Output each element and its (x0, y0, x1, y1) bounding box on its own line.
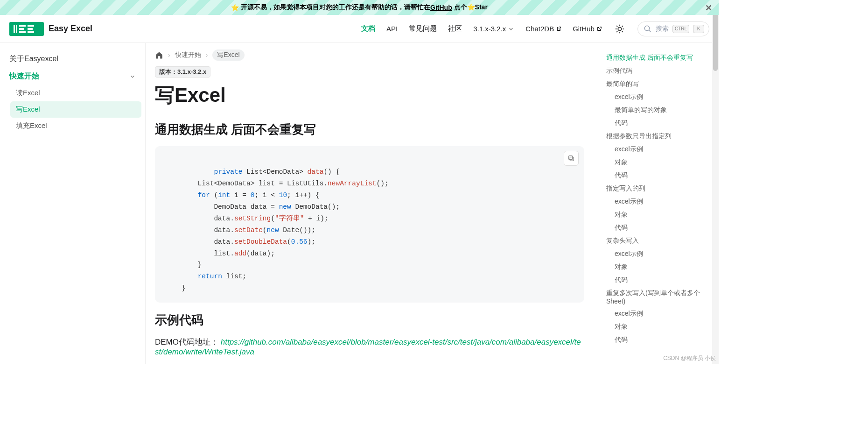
code-token: i = (230, 191, 251, 199)
code-token: int (218, 191, 230, 199)
announcement-github-link[interactable]: GitHub (430, 4, 452, 11)
toc-link[interactable]: 最简单的写 (606, 78, 714, 91)
toc-link[interactable]: excel示例 (615, 91, 714, 104)
sidebar-item-fill[interactable]: 填充Excel (10, 118, 141, 134)
toc-link[interactable]: 示例代码 (606, 64, 714, 78)
toc-link[interactable]: excel示例 (615, 195, 714, 208)
sun-icon (615, 24, 625, 34)
toc-link[interactable]: excel示例 (615, 143, 714, 156)
search-placeholder: 搜索 (656, 25, 669, 33)
svg-rect-4 (19, 31, 26, 33)
toc-link[interactable]: 通用数据生成 后面不会重复写 (606, 51, 714, 64)
home-icon[interactable] (155, 51, 163, 59)
code-token: } (165, 284, 186, 292)
nav-docs[interactable]: 文档 (361, 24, 375, 33)
sidebar-item-about[interactable]: 关于Easyexcel (4, 50, 141, 68)
page-title: 写Excel (155, 82, 584, 108)
toc-link[interactable]: 重复多次写入(写到单个或者多个Sheet) (606, 287, 714, 307)
svg-line-15 (616, 31, 617, 32)
code-token: ( (287, 238, 291, 246)
code-token: new (279, 203, 291, 211)
navbar: Easy Excel 文档 API 常见问题 社区 3.1.x-3.2.x Ch… (0, 15, 719, 43)
nav-api[interactable]: API (386, 25, 398, 33)
svg-rect-6 (28, 28, 33, 30)
nav-github-label: GitHub (573, 25, 595, 33)
code-token: + i); (304, 215, 328, 222)
copy-icon (567, 155, 575, 162)
toc-link[interactable]: 根据参数只导出指定列 (606, 130, 714, 143)
toc-link[interactable]: excel示例 (615, 247, 714, 261)
code-token: } (165, 261, 202, 268)
nav-chat2db[interactable]: Chat2DB (525, 25, 561, 33)
svg-rect-0 (14, 25, 15, 33)
svg-point-8 (618, 27, 621, 30)
nav-version-label: 3.1.x-3.2.x (473, 25, 506, 33)
scrollbar-track[interactable] (712, 0, 719, 364)
theme-toggle-button[interactable] (613, 22, 626, 35)
toc-link[interactable]: 代码 (615, 117, 714, 130)
toc-link[interactable]: 对象 (615, 208, 714, 221)
sidebar-item-read[interactable]: 读Excel (10, 85, 141, 101)
code-token: ; i++) { (287, 191, 320, 199)
code-token: return (198, 273, 222, 280)
toc-link[interactable]: 代码 (615, 333, 714, 346)
svg-line-18 (649, 30, 651, 32)
toc-link[interactable]: 代码 (615, 169, 714, 182)
toc-link[interactable]: 最简单的写的对象 (615, 104, 714, 117)
nav-github[interactable]: GitHub (573, 25, 602, 33)
toc-link[interactable]: 对象 (615, 156, 714, 169)
nav-chat2db-label: Chat2DB (525, 25, 554, 33)
svg-rect-5 (28, 25, 34, 27)
nav-version-dropdown[interactable]: 3.1.x-3.2.x (473, 25, 514, 33)
svg-line-14 (622, 31, 623, 32)
toc-link[interactable]: 复杂头写入 (606, 234, 714, 247)
code-token: private (214, 168, 242, 176)
toc-link[interactable]: 对象 (615, 261, 714, 274)
section-general-title: 通用数据生成 后面不会重复写 (155, 121, 584, 138)
sidebar-item-write[interactable]: 写Excel (10, 101, 141, 118)
breadcrumb: › 快速开始 › 写Excel (155, 49, 584, 61)
nav-community[interactable]: 社区 (448, 24, 462, 33)
svg-rect-3 (19, 28, 24, 30)
code-token: () { (323, 168, 340, 176)
svg-line-13 (616, 26, 617, 27)
chevron-down-icon (129, 73, 136, 80)
brand[interactable]: Easy Excel (9, 22, 92, 36)
code-token: list; (222, 273, 246, 280)
announcement-text-before: 开源不易，如果觉得本项目对您的工作还是有帮助的话，请帮忙在 (241, 3, 430, 12)
toc-link[interactable]: 对象 (615, 320, 714, 333)
svg-point-17 (644, 26, 650, 31)
code-token: ( (210, 191, 218, 199)
demo-url-link[interactable]: https://github.com/alibaba/easyexcel/blo… (155, 338, 581, 356)
code-token: add (234, 250, 246, 257)
breadcrumb-quickstart[interactable]: 快速开始 (175, 51, 201, 59)
brand-name: Easy Excel (49, 24, 92, 34)
section-sample-title: 示例代码 (155, 312, 584, 328)
nav-faq[interactable]: 常见问题 (409, 24, 437, 33)
toc-link[interactable]: 指定写入的列 (606, 182, 714, 195)
code-token: (); (376, 180, 388, 187)
breadcrumb-separator: › (206, 51, 208, 59)
code-token: DemoData(); (291, 203, 340, 211)
code-token: 0.56 (291, 238, 308, 246)
search-icon (644, 25, 652, 33)
sidebar-quickstart-label: 快速开始 (9, 71, 39, 81)
search-button[interactable]: 搜索 CTRL K (637, 21, 709, 36)
code-token: list. (165, 250, 234, 257)
toc-link[interactable]: 代码 (615, 221, 714, 234)
svg-line-16 (622, 26, 623, 27)
sidebar-category-quickstart[interactable]: 快速开始 (4, 68, 141, 85)
code-token: "字符串" (275, 215, 304, 222)
code-token: setDate (234, 226, 263, 234)
code-token: setString (234, 215, 271, 222)
close-icon[interactable]: ✕ (705, 3, 712, 13)
toc-link[interactable]: excel示例 (615, 307, 714, 320)
toc-link[interactable]: 代码 (615, 274, 714, 287)
external-link-icon (556, 26, 561, 32)
code-token: ); (308, 238, 315, 246)
copy-button[interactable] (564, 151, 579, 166)
code-token: data. (165, 238, 234, 246)
svg-rect-1 (16, 25, 17, 33)
announcement-bar: ⭐ 开源不易，如果觉得本项目对您的工作还是有帮助的话，请帮忙在 GitHub 点… (0, 0, 719, 15)
code-token: data (308, 168, 324, 176)
